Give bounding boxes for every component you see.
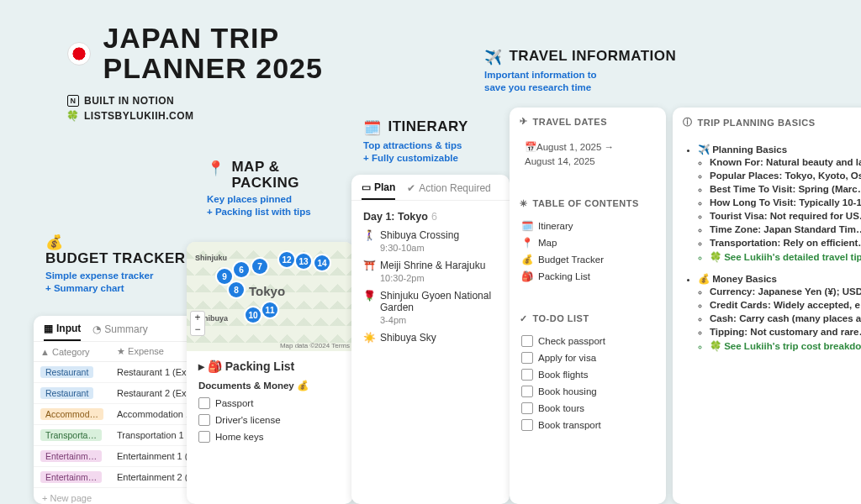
- calendar-icon: 🗓️: [363, 120, 381, 136]
- todo-item[interactable]: Book flights: [521, 366, 663, 383]
- map-pin[interactable]: 12: [279, 252, 294, 267]
- pin-icon: 📍: [207, 160, 224, 176]
- new-page-button[interactable]: + New page: [34, 488, 202, 504]
- map-pin[interactable]: 7: [252, 259, 267, 274]
- itinerary-item[interactable]: 🚶‍♀️Shibuya Crossing9:30-10am: [363, 229, 498, 253]
- district-label: Shinjuku: [195, 254, 227, 262]
- basics-group-money: 💰 Money Basics Currency: Japanese Yen (¥…: [698, 271, 861, 355]
- basics-item: Popular Places: Tokyo, Kyoto, Os… Hirosh…: [710, 169, 861, 182]
- todo-item[interactable]: Check passport: [521, 333, 663, 349]
- section-budget-label: 💰 BUDGET TRACKER Simple expense tracker …: [45, 234, 188, 295]
- basics-item: Currency: Japanese Yen (¥); USD…: [710, 285, 861, 298]
- built-in-notion: N BUILT IN NOTION: [67, 95, 323, 107]
- toc-item[interactable]: 🎒Packing List: [521, 268, 663, 285]
- todo-heading: ✓ TO-DO LIST: [510, 305, 666, 329]
- budget-table: ▲ Category ★ Expense RestaurantRestauran…: [34, 342, 202, 488]
- map-pin[interactable]: 10: [246, 307, 261, 323]
- site-credit: 🍀 LISTSBYLUKIIH.COM: [67, 110, 323, 122]
- map-packing-card: Shinjuku Tokyo Shibuya 96712131481011 +−…: [187, 242, 353, 504]
- money-bag-icon: 💰: [45, 234, 63, 250]
- japan-flag-icon: [67, 42, 91, 66]
- budget-tracker-card: ▦Input ◔Summary ▲ Category ★ Expense Res…: [34, 316, 202, 504]
- table-row[interactable]: Transporta…Transportation 1 (E…: [34, 425, 202, 446]
- itinerary-item[interactable]: ☀️Shibuya Sky: [363, 332, 498, 344]
- itinerary-day-header[interactable]: Day 1: Tokyo6: [363, 211, 498, 223]
- map-pin[interactable]: 9: [217, 269, 232, 284]
- packing-item[interactable]: Passport: [198, 395, 341, 412]
- tab-input[interactable]: ▦Input: [44, 323, 81, 341]
- basics-item: How Long To Visit: Typically 10-1…: [710, 196, 861, 209]
- packing-group: Documents & Money 💰: [198, 380, 341, 391]
- basics-item: Cash: Carry cash (many places a…: [710, 312, 861, 325]
- toc-heading: ✳ TABLE OF CONTENTS: [510, 190, 666, 214]
- basics-item: Time Zone: Japan Standard Tim…: [710, 223, 861, 236]
- map-pin[interactable]: 14: [314, 255, 330, 270]
- travel-dates-heading: ✈ TRAVEL DATES: [510, 108, 666, 132]
- map-pin[interactable]: 11: [262, 302, 277, 318]
- section-itinerary-label: 🗓️ ITINERARY Top attractions & tips + Fu…: [363, 119, 523, 165]
- itinerary-card: ▭ Plan ✔ Action Required Day 1: Tokyo6 🚶…: [351, 175, 510, 504]
- basics-item: Best Time To Visit: Spring (Marc…: [710, 182, 861, 196]
- itinerary-item[interactable]: ⛩️Meiji Shrine & Harajuku10:30-2pm: [363, 260, 498, 283]
- travel-dates: 📅August 1, 2025 → August 14, 2025: [521, 140, 654, 170]
- clover-icon: 🍀: [67, 110, 79, 122]
- table-row[interactable]: Entertainm…Entertainment 2 (Ex…: [34, 467, 202, 488]
- basics-item: Tourist Visa: Not required for US…: [710, 209, 861, 223]
- tab-plan[interactable]: ▭ Plan: [362, 181, 395, 200]
- basics-item: Credit Cards: Widely accepted, e…: [710, 298, 861, 312]
- page-title: JAPAN TRIP PLANNER 2025: [103, 24, 322, 83]
- toc-item[interactable]: 💰Budget Tracker: [521, 251, 663, 268]
- packing-list-title: ▸ 🎒 Packing List: [198, 360, 341, 373]
- todo-item[interactable]: Book transport: [521, 417, 663, 433]
- basics-heading: ⓘ TRIP PLANNING BASICS: [673, 108, 861, 134]
- map-zoom[interactable]: +−: [190, 311, 205, 336]
- trip-basics-card: ⓘ TRIP PLANNING BASICS ✈️ Planning Basic…: [673, 108, 861, 504]
- todo-item[interactable]: Book housing: [521, 383, 663, 400]
- basics-tip-link-2[interactable]: 🍀 See Lukiih's trip cost breakdown: [710, 339, 861, 354]
- basics-group-planning: ✈️ Planning Basics Known For: Natural be…: [698, 142, 861, 266]
- notion-icon: N: [67, 95, 79, 107]
- todo-item[interactable]: Book tours: [521, 400, 663, 417]
- packing-item[interactable]: Home keys: [198, 428, 341, 445]
- section-travel-label: ✈️ TRAVEL INFORMATION Important informat…: [484, 49, 703, 94]
- todo-item[interactable]: Apply for visa: [521, 349, 663, 366]
- city-label: Tokyo: [249, 284, 285, 298]
- basics-item: Tipping: Not customary and rare…: [710, 325, 861, 339]
- table-row[interactable]: Accommod…Accommodation 1 (E…: [34, 404, 202, 425]
- col-category[interactable]: ▲ Category: [34, 342, 110, 362]
- itinerary-item[interactable]: 🌹Shinjuku Gyoen National Garden3-4pm: [363, 290, 498, 325]
- page-header: JAPAN TRIP PLANNER 2025 N BUILT IN NOTIO…: [67, 24, 323, 125]
- basics-item: Transportation: Rely on efficient… avail…: [710, 236, 861, 249]
- map-view[interactable]: Shinjuku Tokyo Shibuya 96712131481011 +−…: [187, 242, 353, 351]
- airplane-icon: ✈️: [484, 50, 502, 66]
- map-pin[interactable]: 13: [296, 254, 311, 269]
- map-attribution: Map data ©2024 Terms: [280, 342, 350, 349]
- packing-item[interactable]: Driver's license: [198, 412, 341, 428]
- basics-item: Known For: Natural beauty and la… tradit…: [710, 155, 861, 169]
- toc-item[interactable]: 📍Map: [521, 234, 663, 251]
- tab-action-required[interactable]: ✔ Action Required: [407, 181, 490, 200]
- table-row[interactable]: RestaurantRestaurant 1 (Exam…: [34, 362, 202, 383]
- section-map-label: 📍 MAP &PACKING Key places pinned + Packi…: [207, 160, 350, 218]
- map-pin[interactable]: 6: [234, 262, 249, 277]
- toc-item[interactable]: 🗓️Itinerary: [521, 218, 663, 234]
- basics-tip-link[interactable]: 🍀 See Lukiih's detailed travel tips: [710, 249, 861, 265]
- table-row[interactable]: Entertainm…Entertainment 1 (Ex…: [34, 446, 202, 467]
- travel-info-card: ✈ TRAVEL DATES 📅August 1, 2025 → August …: [510, 108, 666, 504]
- map-pin[interactable]: 8: [229, 282, 244, 297]
- table-row[interactable]: RestaurantRestaurant 2 (Exam…: [34, 383, 202, 404]
- tab-summary[interactable]: ◔Summary: [92, 323, 147, 341]
